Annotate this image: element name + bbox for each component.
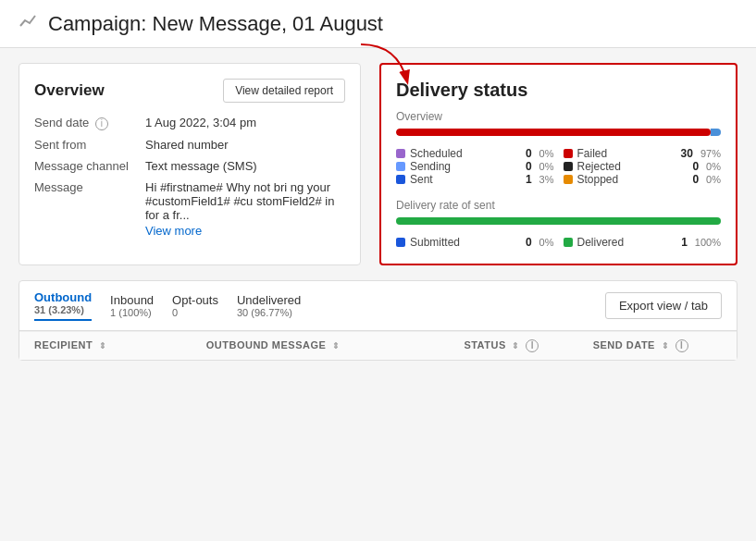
stat-stopped: Stopped 0 0% <box>564 173 722 186</box>
overview-header: Overview View detailed report <box>34 79 345 103</box>
delivered-pct: 100% <box>695 237 721 248</box>
page-header: Campaign: New Message, 01 August <box>0 0 756 48</box>
send-date-label: Send date i <box>34 116 145 130</box>
sent-pct: 3% <box>539 174 554 185</box>
scheduled-dot <box>396 149 405 158</box>
submitted-delivered-row: Submitted 0 0% Delivered 1 100% <box>396 236 721 249</box>
col-status-label: STATUS <box>464 339 505 350</box>
col-recipient: RECIPIENT ⇕ <box>34 339 206 352</box>
tab-undelivered-label: Undelivered <box>237 293 301 307</box>
message-label: Message <box>34 180 145 194</box>
sent-dot <box>396 175 405 184</box>
message-channel-value: Text message (SMS) <box>145 159 345 173</box>
sending-pct: 0% <box>539 161 554 172</box>
delivery-rate-label: Delivery rate of sent <box>396 199 721 212</box>
sent-num: 1 <box>526 173 532 186</box>
delivered-dot <box>564 238 573 247</box>
stopped-dot <box>564 175 573 184</box>
stats-left-col: Scheduled 0 0% Sending 0 0% Sent 1 <box>396 147 554 186</box>
overview-section-label: Overview <box>396 110 721 123</box>
message-channel-label: Message channel <box>34 159 145 173</box>
overview-progress-bar <box>396 129 721 136</box>
col-senddate-label: SEND DATE <box>593 339 655 350</box>
scheduled-pct: 0% <box>539 148 554 159</box>
delivered-label: Delivered <box>577 236 677 249</box>
stat-submitted: Submitted 0 0% <box>396 236 554 249</box>
info-icon-senddate[interactable]: i <box>95 117 108 130</box>
progress-bar-blue-fill <box>711 129 721 136</box>
page-title: Campaign: New Message, 01 August <box>48 12 383 36</box>
send-date-value: 1 Aug 2022, 3:04 pm <box>145 116 345 129</box>
col-outbound-label: OUTBOUND MESSAGE <box>206 339 327 350</box>
stopped-num: 0 <box>692 173 699 186</box>
stats-grid: Scheduled 0 0% Sending 0 0% Sent 1 <box>396 147 721 186</box>
sort-icon-recipient[interactable]: ⇕ <box>99 341 107 350</box>
tab-optouts-count: 0 <box>172 307 218 318</box>
main-content: Overview View detailed report Send date … <box>0 48 756 375</box>
stat-failed: Failed 30 97% <box>564 147 722 160</box>
rejected-pct: 0% <box>706 161 721 172</box>
stat-scheduled: Scheduled 0 0% <box>396 147 554 160</box>
submitted-pct: 0% <box>539 237 554 248</box>
view-report-button[interactable]: View detailed report <box>223 79 345 103</box>
sent-label: Sent <box>410 173 521 186</box>
stat-rejected: Rejected 0 0% <box>564 160 722 173</box>
overview-info-table: Send date i 1 Aug 2022, 3:04 pm Sent fro… <box>34 116 345 238</box>
stat-sending: Sending 0 0% <box>396 160 554 173</box>
sent-from-label: Sent from <box>34 138 145 152</box>
col-recipient-label: RECIPIENT <box>34 339 93 350</box>
tab-outbound-label: Outbound <box>34 290 92 304</box>
message-channel-row: Message channel Text message (SMS) <box>34 159 345 173</box>
sent-from-value: Shared number <box>145 138 345 152</box>
sending-num: 0 <box>526 160 532 173</box>
stat-delivered: Delivered 1 100% <box>564 236 722 249</box>
tab-optouts[interactable]: Opt-outs 0 <box>172 293 218 318</box>
failed-num: 30 <box>681 147 693 160</box>
tab-undelivered[interactable]: Undelivered 30 (96.77%) <box>237 293 301 318</box>
rejected-dot <box>564 162 573 171</box>
table-header: RECIPIENT ⇕ OUTBOUND MESSAGE ⇕ STATUS ⇕ … <box>19 331 737 360</box>
tab-undelivered-count: 30 (96.77%) <box>237 307 301 318</box>
overview-panel: Overview View detailed report Send date … <box>19 63 361 265</box>
delivered-num: 1 <box>681 236 688 249</box>
tab-outbound[interactable]: Outbound 31 (3.23%) <box>34 290 92 321</box>
sending-dot <box>396 162 405 171</box>
col-outbound: OUTBOUND MESSAGE ⇕ <box>206 339 465 352</box>
tab-inbound[interactable]: Inbound 1 (100%) <box>110 293 154 318</box>
stats-right-col: Failed 30 97% Rejected 0 0% Stopped 0 <box>564 147 722 186</box>
tab-outbound-count: 31 (3.23%) <box>34 304 92 315</box>
stopped-pct: 0% <box>706 174 721 185</box>
delivery-panel: Delivery status Overview Scheduled 0 0% <box>379 63 737 265</box>
col-senddate: SEND DATE ⇕ i <box>593 339 722 352</box>
col-status: STATUS ⇕ i <box>464 339 592 352</box>
sent-from-row: Sent from Shared number <box>34 138 345 152</box>
rejected-label: Rejected <box>577 160 688 173</box>
tab-inbound-label: Inbound <box>110 293 154 307</box>
info-icon-status[interactable]: i <box>526 339 539 352</box>
sort-icon-senddate[interactable]: ⇕ <box>662 341 670 350</box>
sending-label: Sending <box>410 160 521 173</box>
submitted-dot <box>396 238 405 247</box>
export-button[interactable]: Export view / tab <box>605 292 722 319</box>
message-value: Hi #firstname# Why not bri ng your #cust… <box>145 180 345 238</box>
view-more-link[interactable]: View more <box>145 224 345 238</box>
submitted-num: 0 <box>526 236 532 249</box>
delivery-rate-bar <box>396 217 721 225</box>
top-panels: Overview View detailed report Send date … <box>19 63 737 265</box>
rejected-num: 0 <box>692 160 699 173</box>
failed-dot <box>564 149 573 158</box>
scheduled-label: Scheduled <box>410 147 521 160</box>
bottom-section: Outbound 31 (3.23%) Inbound 1 (100%) Opt… <box>19 280 737 361</box>
info-icon-senddate-col[interactable]: i <box>675 339 688 352</box>
failed-label: Failed <box>577 147 676 160</box>
sort-icon-status[interactable]: ⇕ <box>512 341 520 350</box>
tabs-bar: Outbound 31 (3.23%) Inbound 1 (100%) Opt… <box>19 281 737 331</box>
scheduled-num: 0 <box>526 147 532 160</box>
stopped-label: Stopped <box>577 173 688 186</box>
sort-icon-outbound[interactable]: ⇕ <box>332 341 341 350</box>
send-date-row: Send date i 1 Aug 2022, 3:04 pm <box>34 116 345 130</box>
stat-sent: Sent 1 3% <box>396 173 554 186</box>
delivery-title: Delivery status <box>396 80 721 101</box>
failed-pct: 97% <box>700 148 721 159</box>
tab-optouts-label: Opt-outs <box>172 293 218 307</box>
